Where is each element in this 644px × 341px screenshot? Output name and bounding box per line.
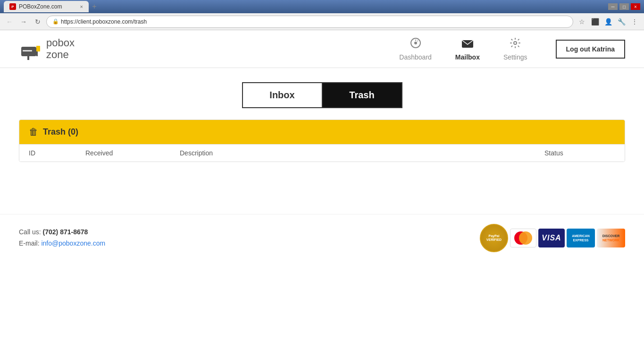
new-tab-button[interactable]: +	[89, 1, 100, 12]
close-button[interactable]: ×	[631, 3, 640, 10]
col-id: ID	[29, 149, 85, 157]
footer-contact: Call us: (702) 871-8678 E-mail: info@pob…	[19, 227, 105, 249]
site-footer: Call us: (702) 871-8678 E-mail: info@pob…	[0, 214, 644, 262]
back-button[interactable]: ←	[4, 16, 15, 27]
svg-rect-4	[27, 56, 29, 60]
logo-text: pobox zone	[46, 37, 75, 60]
tab-title: POBoxZone.com	[19, 3, 62, 10]
col-received: Received	[85, 149, 180, 157]
visa-text: VISA	[542, 234, 561, 242]
nav-mailbox[interactable]: Mailbox	[455, 37, 480, 61]
address-bar[interactable]: 🔒 https://client.poboxzone.com/trash	[46, 16, 573, 28]
mailbox-icon	[461, 37, 474, 51]
maximize-button[interactable]: □	[619, 3, 629, 10]
nav-settings[interactable]: Settings	[503, 37, 527, 61]
nav-dashboard[interactable]: Dashboard	[399, 37, 432, 61]
bookmark-icon[interactable]: ☆	[576, 16, 587, 27]
browser-tab[interactable]: P POBoxZone.com ×	[4, 1, 89, 12]
reload-button[interactable]: ↻	[32, 16, 43, 27]
dashboard-icon	[410, 37, 421, 51]
svg-point-10	[514, 42, 517, 44]
window-controls: ─ □ ×	[608, 3, 640, 10]
dashboard-label: Dashboard	[399, 53, 432, 61]
mailbox-label: Mailbox	[455, 53, 480, 61]
footer-email-line: E-mail: info@poboxzone.com	[19, 238, 105, 249]
browser-titlebar: P POBoxZone.com × + ─ □ ×	[0, 0, 644, 13]
svg-rect-1	[23, 50, 32, 51]
forward-button[interactable]: →	[18, 16, 29, 27]
logout-button[interactable]: Log out Katrina	[556, 40, 625, 59]
svg-point-6	[414, 42, 417, 44]
trash-icon: 🗑	[29, 127, 38, 137]
menu-icon[interactable]: ⋮	[629, 16, 640, 27]
inbox-tab[interactable]: Inbox	[242, 82, 322, 108]
paypal-badge: PayPalVERIFIED	[480, 224, 508, 252]
col-description: Description	[180, 149, 544, 157]
page-content: pobox zone Dashboard	[0, 30, 644, 341]
url-text: https://client.poboxzone.com/trash	[61, 18, 147, 25]
svg-line-8	[417, 41, 418, 42]
browser-chrome: P POBoxZone.com × + ─ □ × ← → ↻ 🔒 https:…	[0, 0, 644, 30]
phone-number: (702) 871-8678	[43, 228, 88, 236]
tab-favicon: P	[9, 3, 16, 10]
call-prefix: Call us:	[19, 228, 43, 236]
lock-icon: 🔒	[52, 18, 59, 25]
logo-icon	[19, 37, 42, 61]
settings-icon	[510, 37, 521, 51]
visa-badge: VISA	[538, 229, 565, 247]
profile-icon[interactable]: 👤	[602, 16, 614, 27]
email-prefix: E-mail:	[19, 239, 41, 247]
mastercard-badge	[510, 229, 536, 247]
payment-icons: PayPalVERIFIED VISA AMERICANEXPRESS DISC…	[480, 224, 625, 252]
trash-section-header: 🗑 Trash (0)	[19, 120, 625, 144]
svg-rect-3	[36, 46, 40, 51]
email-link[interactable]: info@poboxzone.com	[41, 239, 105, 247]
trash-table-header: ID Received Description Status	[19, 144, 625, 162]
extension-icon[interactable]: ⬛	[589, 16, 601, 27]
trash-tab[interactable]: Trash	[322, 82, 402, 108]
minimize-button[interactable]: ─	[608, 3, 618, 10]
trash-section: 🗑 Trash (0) ID Received Description Stat…	[19, 119, 625, 162]
mail-tabs: Inbox Trash	[19, 82, 625, 108]
amex-text: AMERICANEXPRESS	[572, 234, 590, 242]
main-nav: Dashboard Mailbox Sett	[399, 37, 527, 61]
discover-badge: DISCOVERNETWORK	[597, 229, 625, 247]
browser-actions: ☆ ⬛ 👤 🔧 ⋮	[576, 16, 640, 27]
footer-phone-line: Call us: (702) 871-8678	[19, 227, 105, 238]
extension2-icon[interactable]: 🔧	[616, 16, 627, 27]
logo-area: pobox zone	[19, 37, 75, 61]
paypal-text: PayPalVERIFIED	[486, 234, 502, 242]
trash-title: Trash (0)	[43, 127, 78, 137]
discover-text: DISCOVERNETWORK	[602, 234, 620, 242]
main-content: Inbox Trash 🗑 Trash (0) ID Received Desc…	[0, 68, 644, 195]
mc-orange-circle	[519, 231, 532, 245]
browser-controls: ← → ↻ 🔒 https://client.poboxzone.com/tra…	[0, 13, 644, 30]
settings-label: Settings	[503, 53, 527, 61]
col-status: Status	[544, 149, 615, 157]
tab-close-icon[interactable]: ×	[80, 4, 83, 9]
site-header: pobox zone Dashboard	[0, 30, 644, 68]
amex-badge: AMERICANEXPRESS	[567, 229, 595, 247]
